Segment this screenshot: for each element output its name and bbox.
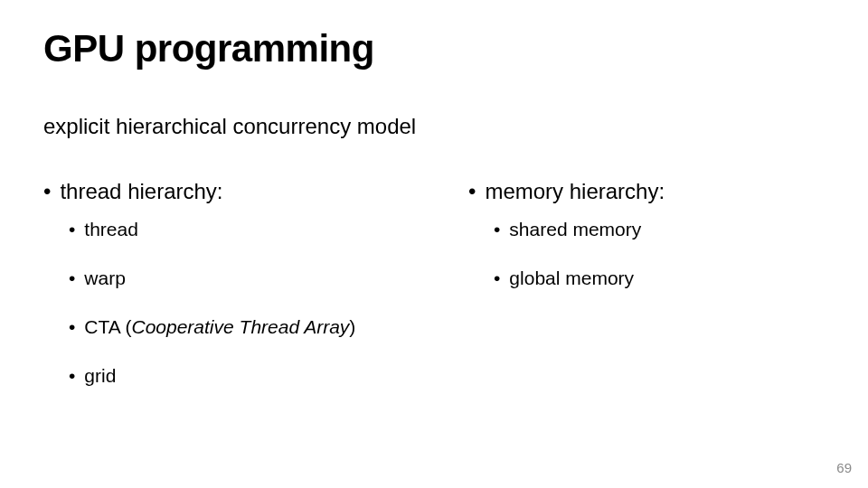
bullet-icon: • xyxy=(468,181,476,202)
left-heading-text: thread hierarchy: xyxy=(60,179,222,204)
bullet-icon: • xyxy=(494,220,500,239)
list-item: • thread xyxy=(69,219,432,240)
slide-subtitle: explicit hierarchical concurrency model xyxy=(43,114,825,139)
item-text: global memory xyxy=(509,267,634,289)
item-text: warp xyxy=(84,267,126,289)
list-item: • shared memory xyxy=(494,219,825,240)
item-text-suffix: ) xyxy=(349,316,355,337)
bullet-icon: • xyxy=(69,220,75,239)
list-item: • global memory xyxy=(494,267,825,289)
content-columns: • thread hierarchy: • thread • warp • CT… xyxy=(43,179,825,414)
item-text: grid xyxy=(84,365,116,387)
left-column: • thread hierarchy: • thread • warp • CT… xyxy=(43,179,432,414)
page-number: 69 xyxy=(836,460,852,475)
item-text: thread xyxy=(84,219,138,240)
slide: GPU programming explicit hierarchical co… xyxy=(0,0,868,488)
item-text: shared memory xyxy=(509,219,641,240)
list-item: • CTA (Cooperative Thread Array) xyxy=(69,316,432,338)
item-text-italic: Cooperative Thread Array xyxy=(131,316,349,337)
bullet-icon: • xyxy=(69,366,75,385)
right-heading: • memory hierarchy: xyxy=(468,179,825,204)
list-item: • warp xyxy=(69,267,432,289)
bullet-icon: • xyxy=(494,268,500,287)
list-item: • grid xyxy=(69,365,432,387)
bullet-icon: • xyxy=(69,268,75,287)
slide-title: GPU programming xyxy=(43,27,825,70)
item-text: CTA (Cooperative Thread Array) xyxy=(84,316,355,338)
bullet-icon: • xyxy=(43,181,51,202)
left-heading: • thread hierarchy: xyxy=(43,179,432,204)
bullet-icon: • xyxy=(69,317,75,336)
right-column: • memory hierarchy: • shared memory • gl… xyxy=(468,179,825,414)
item-text-prefix: CTA ( xyxy=(84,316,131,337)
right-heading-text: memory hierarchy: xyxy=(485,179,665,204)
